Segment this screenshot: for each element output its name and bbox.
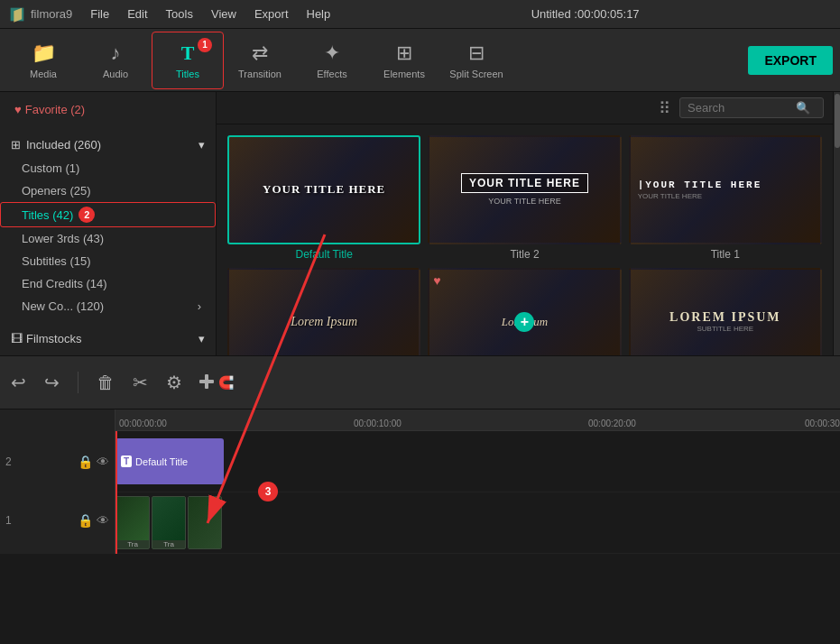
menu-view[interactable]: View <box>204 5 244 23</box>
sidebar-filmstocks[interactable]: 🎞 Filmstocks ▾ <box>0 327 216 351</box>
app-logo: filmora9 <box>7 5 72 24</box>
clip-T-icon: T <box>121 455 132 467</box>
transition-icon: ⇄ <box>252 41 268 65</box>
thumb-title1[interactable]: |YOUR TITLE HERE YOUR TITLE HERE Title 1 <box>629 135 822 261</box>
menu-export[interactable]: Export <box>247 5 296 23</box>
thumb-lorem3-text: LOREM IPSUM <box>669 310 781 325</box>
tool-splitscreen-label: Split Screen <box>449 69 503 79</box>
menu-tools[interactable]: Tools <box>159 5 200 23</box>
clip-video-row: Tra Tra <box>115 496 222 549</box>
thumb-title2-label: Title 2 <box>428 248 621 261</box>
clip-video-3-color <box>189 497 221 548</box>
sidebar-titles-label: Titles (42) <box>22 208 73 222</box>
time-mark-30: 00:00:30: <box>805 419 840 428</box>
undo-button[interactable]: ↩ <box>7 368 30 397</box>
track-row-1: Tra Tra <box>115 492 840 554</box>
sidebar-item-subtitles[interactable]: Subtitles (15) <box>0 250 216 272</box>
properties-button[interactable]: ⚙ <box>162 368 186 397</box>
svg-rect-3 <box>205 374 208 389</box>
thumb-lorem2-img: ♥ Lore + psum <box>428 268 621 355</box>
thumbnails-grid: YOUR TITLE HERE Default Title YOUR TITLE… <box>217 124 833 355</box>
clip-default-title[interactable]: T Default Title <box>115 438 224 484</box>
thumb-title2-img: YOUR TITLE HERE YOUR TITLE HERE <box>428 135 621 244</box>
sidebar-item-custom[interactable]: Custom (1) <box>0 157 216 179</box>
sidebar-item-endcredits[interactable]: End Credits (14) <box>0 272 216 295</box>
thumb-title2-subtext: YOUR TITLE HERE <box>488 197 560 206</box>
eye-icon-2[interactable]: 👁 <box>97 455 109 469</box>
toolbar: 📁 Media ♪ Audio 1 T Titles ⇄ Transition … <box>0 29 840 92</box>
lock-icon-1[interactable]: 🔒 <box>78 513 93 528</box>
clip-video-1[interactable]: Tra <box>115 496 150 549</box>
thumb-lorem1-text: Lorem Ipsum <box>291 315 357 329</box>
thumb-lorem1[interactable]: Lorem Ipsum <box>227 268 420 355</box>
tool-transition-label: Transition <box>238 69 282 79</box>
thumb-title1-label: Title 1 <box>629 248 822 261</box>
tool-splitscreen[interactable]: ⊟ Split Screen <box>440 32 512 89</box>
media-icon: 📁 <box>32 41 56 65</box>
thumb-title1-subtext: YOUR TITLE HERE <box>638 192 702 200</box>
tool-audio[interactable]: ♪ Audio <box>79 32 152 89</box>
audio-icon: ♪ <box>111 41 121 65</box>
sidebar-included-label: Included (260) <box>26 138 101 152</box>
project-title: Untitled :00:00:05:17 <box>337 7 833 21</box>
tool-effects[interactable]: ✦ Effects <box>296 32 368 89</box>
content-main: ⠿ 🔍 YOUR TITLE HERE Default Title <box>217 92 840 355</box>
splitscreen-icon: ⊟ <box>468 41 485 65</box>
menu-help[interactable]: Help <box>300 5 338 23</box>
tracks: T Default Title Tra Tra <box>115 431 840 554</box>
menu-edit[interactable]: Edit <box>120 5 154 23</box>
thumb-title2-text: YOUR TITLE HERE <box>461 173 588 193</box>
lock-icon-2[interactable]: 🔒 <box>78 455 93 469</box>
ruler-spacer <box>0 413 115 432</box>
tool-media[interactable]: 📁 Media <box>7 32 79 89</box>
time-ruler: 00:00:00:00 00:00:10:00 00:00:20:00 00:0… <box>115 409 840 431</box>
redo-button[interactable]: ↪ <box>41 368 63 397</box>
search-box: 🔍 <box>679 97 824 118</box>
scrollbar[interactable] <box>833 92 840 355</box>
thumb-lorem2[interactable]: ♥ Lore + psum <box>428 268 621 355</box>
thumb-default-title-text: YOUR TITLE HERE <box>263 182 385 197</box>
playhead[interactable] <box>115 431 117 554</box>
sidebar-included-header[interactable]: ⊞ Included (260) ▾ <box>0 133 216 157</box>
sidebar-item-lower3rds[interactable]: Lower 3rds (43) <box>0 227 216 250</box>
menu-file[interactable]: File <box>83 5 116 23</box>
grid-view-icon[interactable]: ⠿ <box>659 98 670 118</box>
sidebar-favorites-section: ♥ Favorite (2) <box>0 92 216 127</box>
filmstocks-label: Filmstocks <box>26 332 81 345</box>
titles-step-badge: 2 <box>78 207 95 223</box>
filmstocks-icon: 🎞 <box>11 332 23 345</box>
thumb-default-title-img: YOUR TITLE HERE <box>227 135 420 244</box>
tool-titles[interactable]: 1 T Titles <box>152 32 224 89</box>
thumb-lorem3-subtext: SUBTITLE HERE <box>697 325 753 333</box>
clip-video-1-label: Tra <box>116 540 149 548</box>
tool-transition[interactable]: ⇄ Transition <box>224 32 296 89</box>
sidebar-favorite[interactable]: ♥ Favorite (2) <box>0 97 216 122</box>
sidebar-item-titles[interactable]: Titles (42) 2 <box>0 202 216 227</box>
track-num-1: 1 <box>5 514 12 527</box>
content-toolbar: ⠿ 🔍 <box>217 92 833 124</box>
tool-media-label: Media <box>30 69 57 79</box>
delete-button[interactable]: 🗑 <box>93 369 118 397</box>
sidebar-item-newco[interactable]: New Co... (120) › <box>0 295 216 317</box>
clip-video-2[interactable]: Tra <box>152 496 186 549</box>
menubar: filmora9 File Edit Tools View Export Hel… <box>0 0 840 29</box>
timeline-controls: ↩ ↪ 🗑 ✂ ⚙ 🧲 <box>0 355 840 409</box>
cut-button[interactable]: ✂ <box>129 368 152 397</box>
thumb-title1-text: |YOUR TITLE HERE <box>638 179 762 190</box>
plus-icon-lorem2: + <box>514 312 534 332</box>
scroll-thumb[interactable] <box>835 94 840 148</box>
thumb-lorem3[interactable]: LOREM IPSUM SUBTITLE HERE <box>629 268 822 355</box>
magnet-button[interactable]: 🧲 <box>215 372 237 393</box>
sidebar-favorite-label: Favorite (2) <box>25 103 85 116</box>
thumb-default-title[interactable]: YOUR TITLE HERE Default Title <box>227 135 420 261</box>
tool-elements-label: Elements <box>383 69 425 79</box>
export-button[interactable]: EXPORT <box>748 46 833 75</box>
tool-elements[interactable]: ⊞ Elements <box>368 32 440 89</box>
thumb-title2[interactable]: YOUR TITLE HERE YOUR TITLE HERE Title 2 <box>428 135 621 261</box>
track-labels: 2 🔒 👁 1 🔒 👁 <box>0 409 115 554</box>
search-input[interactable] <box>688 101 796 115</box>
clip-video-3[interactable] <box>188 496 222 549</box>
tool-audio-label: Audio <box>103 69 128 79</box>
sidebar-item-openers[interactable]: Openers (25) <box>0 179 216 202</box>
eye-icon-1[interactable]: 👁 <box>97 513 109 528</box>
